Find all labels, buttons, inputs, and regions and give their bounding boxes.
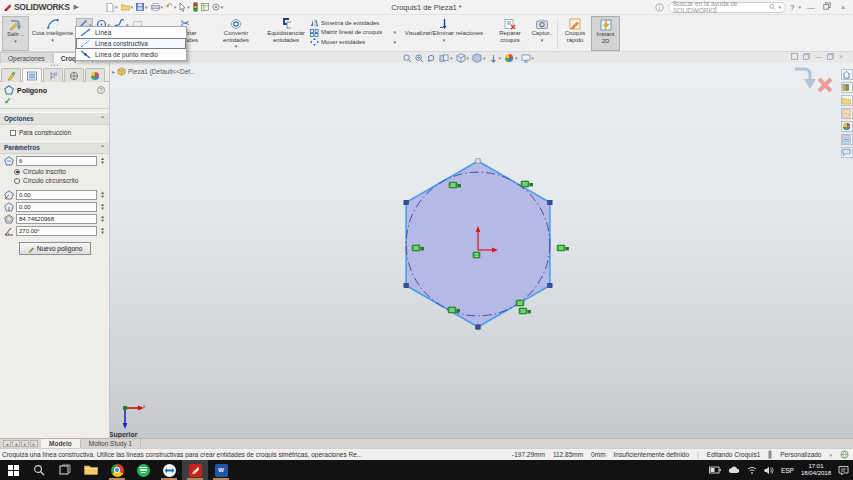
smart-dimension-caret[interactable]: ▾: [51, 38, 54, 43]
tab-scroll-next[interactable]: ▸: [21, 440, 29, 447]
center-x-spinner[interactable]: ▲▼: [99, 191, 106, 199]
minimize-button[interactable]: —: [805, 3, 817, 12]
tags-globe-icon[interactable]: [840, 450, 849, 459]
new-polygon-button[interactable]: Nuevo polígono: [19, 242, 91, 255]
zoom-area-icon[interactable]: [415, 54, 424, 63]
section-view-icon[interactable]: ▾: [439, 54, 453, 63]
tab-scroll-first[interactable]: ◂: [3, 440, 11, 447]
display-relations-button[interactable]: Visualizar/Eliminar relaciones ▾: [396, 16, 492, 51]
forum-icon[interactable]: [841, 147, 853, 158]
parameters-section-header[interactable]: Parámetros ⌃: [0, 141, 109, 154]
offset-entities-button[interactable]: Equidistanciar entidades: [262, 16, 310, 51]
view-settings-icon[interactable]: ▾: [521, 54, 535, 63]
tab-operaciones[interactable]: Operaciones: [0, 52, 53, 63]
cancel-sketch-icon[interactable]: [819, 79, 831, 91]
hide-show-items-icon[interactable]: ▾: [489, 54, 502, 63]
file-explorer-taskbar-icon[interactable]: [78, 460, 104, 480]
zoom-fit-icon[interactable]: [403, 54, 412, 63]
profile-caret[interactable]: ▾: [829, 452, 832, 458]
previous-view-icon[interactable]: [427, 54, 436, 63]
file-explorer-icon[interactable]: [841, 95, 853, 106]
tab-scroll-buttons[interactable]: ◂ ◂ ▸ ▸: [0, 439, 41, 448]
display-relations-caret[interactable]: ▾: [443, 38, 446, 43]
options-icon[interactable]: ▾: [212, 3, 224, 11]
menu-item-linea[interactable]: Línea: [76, 27, 186, 38]
view-palette-icon[interactable]: [841, 108, 853, 119]
inscribed-radio-row[interactable]: Círculo inscrito: [0, 166, 109, 175]
logo-flyout-arrow[interactable]: ▶: [74, 3, 79, 11]
doc-restore-icon[interactable]: [827, 53, 834, 60]
tab-dimxpertmanager[interactable]: [64, 68, 84, 82]
profile-selector[interactable]: Personalizado: [780, 451, 821, 458]
tab-motion-study[interactable]: Motion Study 1: [81, 439, 141, 448]
convert-entities-caret[interactable]: ▾: [235, 44, 238, 49]
chrome-icon[interactable]: [104, 460, 130, 480]
start-button[interactable]: [0, 460, 26, 480]
rapid-sketch-button[interactable]: Croquis rápido: [559, 16, 591, 51]
new-document-icon[interactable]: ▾: [106, 3, 118, 12]
volume-icon[interactable]: [764, 466, 774, 475]
doc-close-icon[interactable]: ×: [839, 53, 843, 60]
search-icon[interactable]: [769, 3, 776, 11]
taskbar-search-icon[interactable]: [26, 460, 52, 480]
inscribed-radio[interactable]: [14, 169, 20, 175]
sketch-hexagon[interactable]: [110, 63, 853, 438]
help-icon[interactable]: ?: [97, 86, 105, 94]
restore-button[interactable]: [821, 2, 833, 12]
menu-item-linea-punto-medio[interactable]: Línea de punto medio: [76, 49, 186, 60]
center-x-input[interactable]: [16, 190, 97, 200]
doc-new-window-icon[interactable]: [791, 53, 798, 60]
view-orientation-icon[interactable]: ▾: [456, 53, 470, 63]
wifi-icon[interactable]: [747, 466, 757, 474]
session-info-icon[interactable]: [655, 3, 664, 12]
search-scope-caret[interactable]: ▾: [779, 4, 782, 10]
options-section-header[interactable]: Opciones ⌃: [0, 112, 109, 125]
appearances-icon[interactable]: [841, 121, 853, 132]
smart-dimension-button[interactable]: Cota inteligente ▾: [29, 16, 76, 51]
help-caret[interactable]: ▾: [798, 4, 801, 10]
exit-sketch-button[interactable]: Salir .. ▾: [2, 16, 29, 51]
rebuild-traffic-light-icon[interactable]: [193, 2, 198, 12]
onedrive-cloud-icon[interactable]: [728, 466, 740, 474]
angle-input[interactable]: [16, 226, 97, 236]
tab-featuremanager[interactable]: [1, 68, 21, 82]
confirm-ok-icon[interactable]: [795, 69, 816, 89]
graphics-area[interactable]: ▸ Pieza1 (Default<<Def..: [110, 63, 853, 438]
file-properties-icon[interactable]: [201, 3, 209, 11]
options-collapse-icon[interactable]: ⌃: [100, 115, 105, 122]
diameter-spinner[interactable]: ▲▼: [99, 215, 106, 223]
for-construction-row[interactable]: Para construcción: [0, 125, 109, 138]
sides-input[interactable]: [16, 156, 97, 166]
capture-caret[interactable]: ▾: [541, 38, 544, 43]
open-document-icon[interactable]: ▾: [121, 3, 134, 11]
convert-entities-button[interactable]: Convertir entidades ▾: [210, 16, 262, 51]
save-icon[interactable]: ▾: [136, 3, 148, 11]
home-icon[interactable]: [841, 69, 853, 80]
custom-properties-icon[interactable]: [841, 134, 853, 145]
capture-button[interactable]: Captur.. ▾: [528, 16, 556, 51]
instant2d-button[interactable]: Instant 2D: [591, 16, 620, 51]
ok-check[interactable]: ✓: [0, 96, 109, 109]
circumscribed-radio[interactable]: [14, 178, 20, 184]
tab-configurationmanager[interactable]: [43, 68, 63, 82]
circumscribed-radio-row[interactable]: Círculo circunscrito: [0, 175, 109, 184]
select-cursor-icon[interactable]: ▾: [179, 3, 190, 12]
tab-modelo[interactable]: Modelo: [41, 439, 81, 448]
battery-icon[interactable]: [709, 466, 721, 474]
solidworks-taskbar-icon[interactable]: [182, 460, 208, 480]
angle-spinner[interactable]: ▲▼: [99, 227, 106, 235]
linear-pattern-button[interactable]: Matriz lineal de croquis ▾: [310, 29, 396, 37]
close-button[interactable]: ×: [837, 3, 849, 12]
teamviewer-icon[interactable]: [156, 460, 182, 480]
tab-scroll-last[interactable]: ▸: [30, 440, 38, 447]
undo-icon[interactable]: ↶▾: [166, 3, 176, 11]
action-center-icon[interactable]: [838, 465, 849, 476]
menu-item-linea-constructiva[interactable]: Línea constructiva: [76, 38, 186, 49]
parameters-collapse-icon[interactable]: ⌃: [100, 144, 105, 151]
center-y-input[interactable]: [16, 202, 97, 212]
diameter-input[interactable]: [16, 214, 97, 224]
clock[interactable]: 17:01 18/04/2018: [801, 463, 831, 477]
for-construction-checkbox[interactable]: [10, 130, 16, 136]
tab-propertymanager[interactable]: [22, 68, 42, 82]
print-icon[interactable]: ▾: [151, 3, 164, 11]
